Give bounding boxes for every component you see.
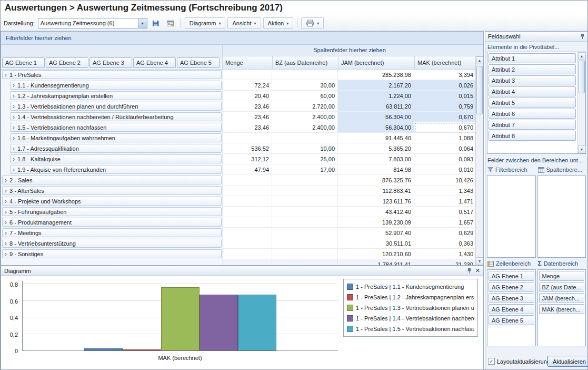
area-field-button[interactable]: AG Ebene 2 [489, 282, 534, 292]
data-cell[interactable]: 7.803,00 [338, 154, 414, 164]
data-cell[interactable]: 0,010 [414, 164, 476, 175]
expand-icon[interactable]: › [5, 177, 7, 183]
row-header-button[interactable]: ›4 - Projekte und Workshops [2, 197, 222, 206]
row-header-button[interactable]: ›2 - Sales [2, 176, 222, 184]
data-cell[interactable]: 0,629 [414, 228, 476, 238]
data-cell[interactable]: 30.511,01 [338, 238, 414, 249]
data-cell[interactable]: 21,230 [414, 259, 476, 265]
rows-area-box[interactable]: AG Ebene 1AG Ebene 2AG Ebene 3AG Ebene 4… [487, 269, 536, 346]
data-cell[interactable]: 0,517 [414, 207, 476, 217]
pin-icon[interactable] [580, 33, 585, 40]
attribute-item[interactable]: Attribut 1 [489, 53, 576, 63]
data-cell[interactable]: 56.304,00 [338, 122, 414, 133]
data-cell[interactable]: 72,24 [222, 80, 272, 91]
menu-diagramm[interactable]: Diagramm ▾ [185, 17, 226, 29]
data-cell[interactable]: 0,015 [414, 91, 476, 101]
row-field-button[interactable]: AG Ebene 3 [89, 57, 132, 68]
attribute-item[interactable]: Attribut 2 [489, 64, 576, 74]
data-cell[interactable] [272, 259, 338, 265]
attribute-item[interactable]: Attribut 4 [489, 86, 576, 96]
data-cell[interactable]: 0,670 [414, 122, 476, 133]
expand-icon[interactable]: › [13, 82, 15, 89]
data-cell[interactable]: 123.611,76 [338, 196, 414, 207]
data-cell[interactable]: 43.412,40 [338, 207, 414, 217]
save-button[interactable] [150, 17, 162, 29]
data-cell[interactable]: 20,40 [222, 91, 272, 101]
expand-icon[interactable]: › [5, 72, 7, 78]
data-cell[interactable] [222, 259, 272, 265]
row-header-button[interactable]: ›1.6 - Marketingaufgaben wahrnehmen [10, 133, 222, 142]
data-cell[interactable]: 139.230,09 [338, 217, 414, 228]
data-cell[interactable]: 2.720,00 [272, 101, 338, 112]
data-cell[interactable] [272, 238, 338, 249]
pin-icon[interactable] [467, 268, 472, 274]
data-cell[interactable]: 47,94 [222, 164, 272, 175]
data-cell[interactable]: 10,426 [414, 175, 476, 186]
expand-icon[interactable]: › [5, 198, 7, 205]
data-cell[interactable]: 1.784.311,41 [338, 259, 414, 265]
expand-icon[interactable]: › [5, 188, 7, 194]
data-cell[interactable]: 112.863,41 [338, 186, 414, 196]
attribute-item[interactable]: Attribut 8 [489, 131, 576, 141]
column-header[interactable]: MAK (berechnet) [414, 56, 476, 70]
expand-icon[interactable]: › [5, 230, 7, 236]
data-cell[interactable] [272, 133, 338, 143]
row-header-button[interactable]: ›7 - Meetings [2, 228, 222, 237]
data-cell[interactable]: 30,00 [272, 80, 338, 91]
row-header-button[interactable]: ›1.1 - Kundensegmentierung [10, 81, 222, 90]
data-area-box[interactable]: MengeBZ (aus Date...JAM (berech...MAK (b… [537, 269, 586, 346]
row-header-button[interactable]: ›1 - PreSales [2, 70, 222, 79]
data-cell[interactable]: 0,363 [414, 238, 476, 249]
area-field-button[interactable]: AG Ebene 1 [489, 271, 534, 281]
data-cell[interactable]: 0,064 [414, 143, 476, 154]
refresh-button[interactable]: Aktualisieren [547, 356, 588, 367]
data-cell[interactable]: 10,00 [272, 143, 338, 154]
expand-icon[interactable]: › [13, 103, 15, 110]
data-cell[interactable]: 312,12 [222, 154, 272, 164]
filter-area-box[interactable] [487, 176, 536, 258]
data-cell[interactable] [222, 207, 272, 217]
data-cell[interactable] [222, 217, 272, 228]
row-header-button[interactable]: ›1.3 - Vertriebsaktionen planen und durc… [10, 102, 222, 111]
data-cell[interactable]: 1,343 [414, 186, 476, 196]
expand-icon[interactable]: › [13, 114, 15, 120]
data-cell[interactable] [222, 175, 272, 186]
data-cell[interactable]: 23,46 [222, 112, 272, 122]
vertical-scrollbar[interactable]: ▲ ▼ [475, 56, 483, 265]
data-cell[interactable]: 3,394 [414, 70, 476, 80]
expand-icon[interactable]: › [5, 219, 7, 226]
row-fields-area[interactable]: AG Ebene 1AG Ebene 2AG Ebene 3AG Ebene 4… [1, 56, 222, 70]
data-cell[interactable]: 1,657 [414, 217, 476, 228]
data-cell[interactable] [272, 70, 338, 80]
data-cell[interactable]: 285.238,98 [338, 70, 414, 80]
data-cell[interactable]: 5.365,20 [338, 143, 414, 154]
row-header-button[interactable]: ›3 - AfterSales [2, 186, 222, 195]
data-cell[interactable]: 814,98 [338, 164, 414, 175]
data-cell[interactable]: 56.304,00 [338, 112, 414, 122]
scroll-up-icon[interactable]: ▲ [578, 52, 586, 60]
data-cell[interactable] [272, 175, 338, 186]
data-cell[interactable]: 0,670 [414, 112, 476, 122]
row-field-button[interactable]: AG Ebene 5 [177, 57, 220, 68]
attribute-item[interactable]: Attribut 7 [489, 120, 576, 130]
area-field-button[interactable]: AG Ebene 4 [489, 304, 534, 314]
data-cell[interactable] [272, 228, 338, 238]
area-field-button[interactable]: AG Ebene 3 [489, 293, 534, 303]
data-cell[interactable]: 60,00 [272, 91, 338, 101]
data-cell[interactable] [222, 249, 272, 259]
row-header-button[interactable]: ›1.2 - Jahreskampagnenplan erstellen [10, 91, 222, 100]
column-header[interactable]: BZ (aus Datenreihe) [272, 56, 338, 70]
row-header-button[interactable]: ›1.4 - Vertriebsaktionen nachbereiten / … [10, 112, 222, 121]
row-header-button[interactable]: ›5 - Führungsaufgaben [2, 207, 222, 216]
expand-icon[interactable]: › [13, 145, 15, 152]
data-cell[interactable]: 23,46 [222, 122, 272, 133]
expand-icon[interactable]: › [5, 209, 7, 215]
expand-icon[interactable]: › [5, 251, 7, 257]
expand-icon[interactable]: › [13, 156, 15, 162]
data-cell[interactable]: 2.400,00 [272, 112, 338, 122]
scroll-down-icon[interactable]: ▼ [578, 145, 586, 153]
data-cell[interactable]: 536,52 [222, 143, 272, 154]
attribute-item[interactable]: Attribut 3 [489, 75, 576, 85]
data-cell[interactable]: 876.325,76 [338, 175, 414, 186]
row-field-button[interactable]: AG Ebene 4 [133, 57, 176, 68]
